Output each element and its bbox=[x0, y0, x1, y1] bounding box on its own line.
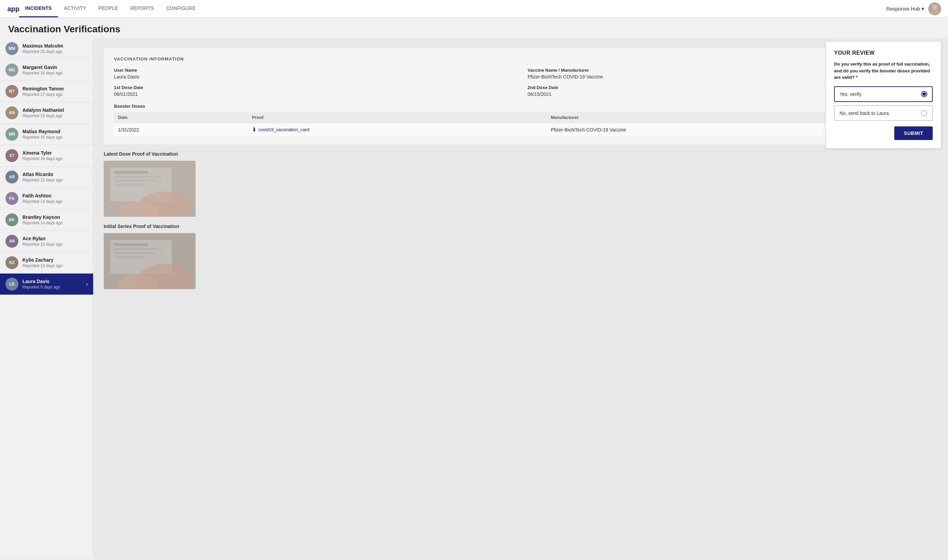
person-info: Kylie Zachary Reported 13 days ago bbox=[22, 257, 88, 268]
person-reported: Reported 14 days ago bbox=[22, 220, 88, 225]
person-name: Maximus Malcolm bbox=[22, 43, 88, 49]
person-name: Faith Ashton bbox=[22, 193, 88, 198]
person-reported: Reported 13 days ago bbox=[22, 263, 88, 268]
appian-logo[interactable]: appian bbox=[7, 3, 19, 15]
svg-rect-6 bbox=[114, 171, 148, 174]
latest-dose-image bbox=[104, 161, 196, 217]
svg-rect-15 bbox=[114, 248, 162, 250]
person-avatar: MM bbox=[5, 42, 18, 55]
sidebar-person-item[interactable]: MM Maximus Malcolm Reported 20 days ago bbox=[0, 38, 93, 60]
initial-series-section: Initial Series Proof of Vaccination bbox=[104, 224, 938, 289]
person-avatar: AR bbox=[5, 235, 18, 248]
dose1-field: 1st Dose Date 06/01/2021 bbox=[114, 85, 514, 97]
person-reported: Reported 16 days ago bbox=[22, 156, 88, 161]
svg-rect-14 bbox=[114, 243, 148, 246]
sidebar-person-item[interactable]: BK Brantley Kayson Reported 14 days ago bbox=[0, 209, 93, 231]
person-name: Kylie Zachary bbox=[22, 257, 88, 263]
person-avatar: XT bbox=[5, 149, 18, 162]
response-hub-button[interactable]: Response Hub ▾ bbox=[886, 6, 924, 12]
person-avatar: KZ bbox=[5, 256, 18, 269]
person-name: Ximena Tyler bbox=[22, 150, 88, 155]
submit-button[interactable]: SUBMIT bbox=[894, 126, 933, 140]
svg-rect-8 bbox=[114, 180, 155, 182]
person-avatar: BK bbox=[5, 214, 18, 226]
person-name: Matias Raymond bbox=[22, 129, 88, 134]
initial-series-image bbox=[104, 233, 196, 289]
sidebar-person-item[interactable]: FA Faith Ashton Reported 14 days ago bbox=[0, 188, 93, 209]
initial-series-title: Initial Series Proof of Vaccination bbox=[104, 224, 938, 229]
person-avatar: MR bbox=[5, 128, 18, 141]
person-reported: Reported 5 days ago bbox=[22, 285, 82, 289]
latest-dose-title: Latest Dose Proof of Vaccination bbox=[104, 151, 938, 157]
person-info: Brantley Kayson Reported 14 days ago bbox=[22, 214, 88, 225]
radio-yes-dot bbox=[921, 91, 927, 97]
person-info: Ximena Tyler Reported 16 days ago bbox=[22, 150, 88, 161]
booster-proof[interactable]: ⬇ covid19_vaccination_card bbox=[248, 123, 547, 137]
user-name-label: User Name bbox=[114, 68, 514, 73]
radio-no-dot bbox=[921, 110, 927, 116]
svg-rect-17 bbox=[114, 256, 145, 258]
radio-yes-verify[interactable]: Yes, verify bbox=[834, 86, 933, 102]
dose1-label: 1st Dose Date bbox=[114, 85, 514, 90]
person-avatar: AN bbox=[5, 106, 18, 119]
person-reported: Reported 16 days ago bbox=[22, 135, 88, 140]
person-reported: Reported 18 days ago bbox=[22, 71, 88, 75]
svg-point-2 bbox=[933, 5, 937, 9]
nav-reports[interactable]: REPORTS bbox=[124, 0, 160, 17]
proof-filename[interactable]: covid19_vaccination_card bbox=[258, 127, 310, 132]
person-avatar: RT bbox=[5, 85, 18, 98]
person-info: Ace Rylan Reported 13 days ago bbox=[22, 236, 88, 247]
person-info: Matias Raymond Reported 16 days ago bbox=[22, 129, 88, 140]
latest-dose-section: Latest Dose Proof of Vaccination bbox=[104, 151, 938, 217]
nav-configure[interactable]: CONFIGURE bbox=[160, 0, 202, 17]
sidebar-person-item[interactable]: MR Matias Raymond Reported 16 days ago bbox=[0, 124, 93, 145]
nav-incidents[interactable]: INCIDENTS bbox=[19, 0, 58, 17]
vaccination-section-title: VACCINATION INFORMATION bbox=[114, 56, 928, 62]
person-name: Adalynn Nathaniel bbox=[22, 108, 88, 113]
review-title: YOUR REVIEW bbox=[834, 50, 933, 56]
sidebar-person-item[interactable]: AR Ace Rylan Reported 13 days ago bbox=[0, 231, 93, 252]
sidebar-person-item[interactable]: LD Laura Davis Reported 5 days ago › bbox=[0, 274, 93, 295]
sidebar-person-item[interactable]: MG Margaret Gavin Reported 18 days ago bbox=[0, 60, 93, 81]
booster-table: Date Proof Manufacturer 1/31/2022 ⬇ covi… bbox=[114, 112, 928, 136]
person-reported: Reported 14 days ago bbox=[22, 199, 88, 204]
sidebar-person-item[interactable]: AN Adalynn Nathaniel Reported 16 days ag… bbox=[0, 102, 93, 124]
booster-title: Booster Doses bbox=[114, 104, 928, 109]
person-reported: Reported 13 days ago bbox=[22, 242, 88, 247]
required-marker: * bbox=[856, 75, 857, 80]
user-name-value: Laura Davis bbox=[114, 74, 514, 80]
radio-no-send-back[interactable]: No, send back to Laura bbox=[834, 105, 933, 121]
booster-col-date: Date bbox=[114, 112, 248, 123]
dose1-value: 06/01/2021 bbox=[114, 91, 514, 97]
person-name: Ace Rylan bbox=[22, 236, 88, 241]
sidebar-person-item[interactable]: KZ Kylie Zachary Reported 13 days ago bbox=[0, 252, 93, 274]
nav-links: INCIDENTS ACTIVITY PEOPLE REPORTS CONFIG… bbox=[19, 0, 886, 17]
vaccination-info-section: VACCINATION INFORMATION User Name Laura … bbox=[104, 48, 938, 145]
person-info: Adalynn Nathaniel Reported 16 days ago bbox=[22, 108, 88, 118]
download-icon: ⬇ bbox=[252, 126, 256, 133]
sidebar-person-item[interactable]: XT Ximena Tyler Reported 16 days ago bbox=[0, 145, 93, 166]
sidebar: MM Maximus Malcolm Reported 20 days ago … bbox=[0, 38, 94, 559]
user-name-field: User Name Laura Davis bbox=[114, 68, 514, 80]
sidebar-person-item[interactable]: AR Atlas Ricardo Reported 15 days ago bbox=[0, 166, 93, 188]
booster-date: 1/31/2022 bbox=[114, 123, 248, 137]
booster-table-row: 1/31/2022 ⬇ covid19_vaccination_card Pfi… bbox=[114, 123, 928, 137]
person-info: Margaret Gavin Reported 18 days ago bbox=[22, 65, 88, 75]
sidebar-person-item[interactable]: RT Remington Tanner Reported 17 days ago bbox=[0, 81, 93, 102]
vaccination-info-grid: User Name Laura Davis Vaccine Name / Man… bbox=[114, 68, 928, 97]
svg-rect-7 bbox=[114, 176, 162, 178]
person-info: Faith Ashton Reported 14 days ago bbox=[22, 193, 88, 204]
top-navigation: appian INCIDENTS ACTIVITY PEOPLE REPORTS… bbox=[0, 0, 948, 18]
user-avatar[interactable] bbox=[928, 2, 941, 15]
booster-col-proof: Proof bbox=[248, 112, 547, 123]
person-reported: Reported 20 days ago bbox=[22, 49, 88, 54]
person-name: Remington Tanner bbox=[22, 86, 88, 91]
content-area: VACCINATION INFORMATION User Name Laura … bbox=[94, 38, 948, 559]
nav-activity[interactable]: ACTIVITY bbox=[58, 0, 92, 17]
person-avatar: MG bbox=[5, 63, 18, 77]
nav-people[interactable]: PEOPLE bbox=[92, 0, 125, 17]
person-avatar: LD bbox=[5, 278, 18, 291]
person-name: Margaret Gavin bbox=[22, 65, 88, 70]
page-title: Vaccination Verifications bbox=[8, 24, 940, 35]
chevron-right-icon: › bbox=[86, 281, 88, 287]
